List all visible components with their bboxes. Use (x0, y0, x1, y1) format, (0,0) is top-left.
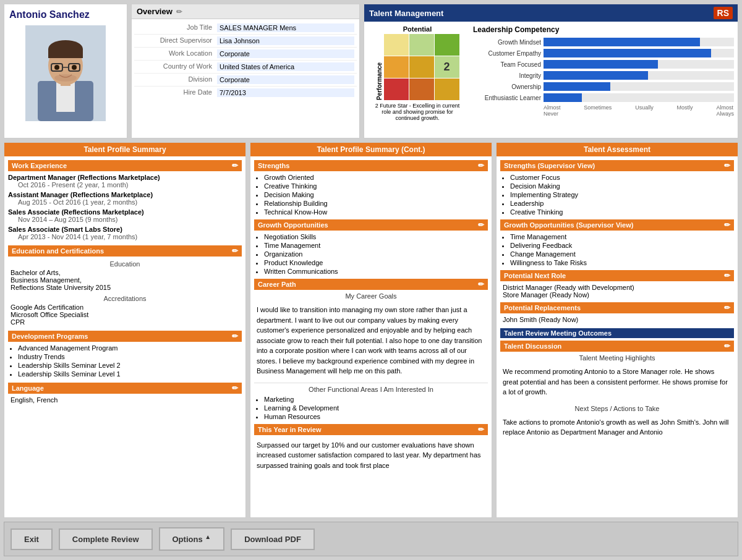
growth-2: Time Management (264, 242, 488, 249)
comp-bar-growth-mindset (544, 38, 700, 46)
language-edit-icon[interactable]: ✏ (232, 384, 238, 392)
growth-items: Negotiation Skills Time Management Organ… (254, 233, 488, 275)
growth-1: Negotiation Skills (264, 233, 488, 240)
edu-items: Bachelor of Arts,Business Management,Ref… (8, 269, 242, 291)
growth-supervisor-edit-icon[interactable]: ✏ (724, 221, 730, 229)
label-country: Country of Work (137, 62, 217, 71)
comp-row-growth-mindset: Growth Mindset (473, 38, 734, 46)
axis-label-1: AlmostNever (544, 104, 561, 117)
comp-bar-bg-enthusiastic (544, 93, 734, 102)
sup-growth-4: Willingness to Take Risks (510, 259, 734, 266)
overview-row-jobtitle: Job Title SALES MANAGER Mens (134, 22, 357, 35)
sup-strength-4: Leadership (510, 200, 734, 207)
matrix-cell-botmid (409, 78, 434, 100)
next-steps-text: Take actions to promote Antonio's growth… (500, 415, 734, 440)
comp-label-growth-mindset: Growth Mindset (473, 39, 541, 46)
development-edit-icon[interactable]: ✏ (232, 332, 238, 341)
strengths-edit-icon[interactable]: ✏ (478, 161, 484, 170)
potential-replacements-items: John Smith (Ready Now) (500, 316, 734, 323)
work-experience-edit-icon[interactable]: ✏ (232, 161, 238, 170)
comp-bar-bg-team-focused (544, 60, 734, 69)
sup-growth-1: Time Management (510, 233, 734, 240)
func-1: Marketing (264, 396, 488, 403)
comp-bar-team-focused (544, 60, 658, 69)
education-edit-icon[interactable]: ✏ (232, 247, 238, 255)
work-item-1: Department Manager (Reflections Marketpl… (8, 174, 242, 189)
other-functional-section: Other Functional Areas I Am Interested I… (254, 383, 488, 420)
talent-mgmt-header: Talent Management RS (364, 4, 738, 22)
middle-section: Talent Profile Summary Work Experience ✏… (4, 142, 738, 518)
work-item-3: Sales Associate (Reflections Marketplace… (8, 208, 242, 223)
career-goals-subtitle: My Career Goals (254, 292, 488, 300)
comp-bar-bg-ownership (544, 82, 734, 91)
panel-header-left: Talent Profile Summary (4, 143, 245, 156)
edu-subtitle: Education (8, 260, 242, 268)
strengths-items: Growth Oriented Creative Thinking Decisi… (254, 174, 488, 216)
talent-discussion-edit-icon[interactable]: ✏ (724, 342, 730, 350)
matrix-cell-topright (435, 34, 459, 56)
sup-strength-3: Implementing Strategy (510, 191, 734, 198)
work-item-2: Assistant Manager (Reflections Marketpla… (8, 191, 242, 206)
download-pdf-button[interactable]: Download PDF (231, 528, 315, 550)
overview-row-hiredate: Hire Date 7/7/2013 (134, 87, 357, 99)
comp-label-ownership: Ownership (473, 83, 541, 90)
comp-row-ownership: Ownership (473, 82, 734, 91)
comp-row-team-focused: Team Focused (473, 60, 734, 69)
comp-bar-bg-growth-mindset (544, 38, 734, 46)
profile-photo (25, 25, 106, 121)
growth-edit-icon[interactable]: ✏ (478, 221, 484, 229)
comp-bar-bg-customer-empathy (544, 49, 734, 57)
comp-bar-ownership (544, 82, 610, 91)
axis-label-2: Sometimes (584, 104, 612, 117)
competency-title: Leadership Competency (473, 25, 734, 34)
other-functional-subtitle: Other Functional Areas I Am Interested I… (254, 386, 488, 393)
overview-row-country: Country of Work United States of America (134, 61, 357, 74)
sup-strength-5: Creative Thinking (510, 208, 734, 216)
svg-point-11 (72, 65, 77, 70)
panel-header-cont: Talent Profile Summary (Cont.) (250, 143, 492, 156)
strength-1: Growth Oriented (264, 174, 488, 181)
section-strengths: Strengths ✏ (254, 160, 488, 171)
matrix-caption: 2 Future Star - Excelling in current rol… (371, 103, 464, 121)
sup-growth-2: Delivering Feedback (510, 242, 734, 249)
talent-discussion-text: We recommend promoting Antonio to a Stor… (500, 364, 734, 400)
matrix-cell-botleft (384, 78, 409, 100)
dev-item-1: Advanced Management Program (18, 344, 242, 352)
dev-item-4: Leadership Skills Seminar Level 1 (18, 370, 242, 378)
panel-talent-profile-cont: Talent Profile Summary (Cont.) Strengths… (250, 142, 492, 518)
matrix-cell-topleft (384, 34, 409, 56)
section-potential-next-role: Potential Next Role ✏ (500, 270, 734, 281)
section-language: Language ✏ (8, 383, 242, 394)
potential-next-role-edit-icon[interactable]: ✏ (724, 271, 730, 280)
overview-row-division: Division Corporate (134, 74, 357, 87)
competency-section: Leadership Competency Growth Mindset Cus… (473, 25, 734, 134)
value-hiredate: 7/7/2013 (217, 88, 354, 97)
work-experience-items: Department Manager (Reflections Marketpl… (8, 174, 242, 240)
overview-edit-icon[interactable]: ✏ (176, 7, 182, 16)
matrix-cell-topmid (409, 34, 434, 56)
value-jobtitle: SALES MANAGER Mens (217, 23, 354, 32)
accred-items: Google Ads CertificationMicrosoft Office… (8, 303, 242, 326)
exit-button[interactable]: Exit (11, 528, 53, 550)
strengths-supervisor-edit-icon[interactable]: ✏ (724, 161, 730, 170)
options-button[interactable]: Options ▲ (159, 527, 225, 550)
panel-header-assessment: Talent Assessment (497, 143, 738, 156)
section-development: Development Programs ✏ (8, 331, 242, 342)
complete-review-button[interactable]: Complete Review (59, 528, 153, 550)
year-in-review-edit-icon[interactable]: ✏ (478, 425, 484, 434)
label-supervisor: Direct Supervisor (137, 36, 217, 45)
potential-replacements-edit-icon[interactable]: ✏ (724, 303, 730, 312)
matrix-cell-botright (435, 78, 459, 100)
strength-3: Decision Making (264, 191, 488, 198)
strength-2: Creative Thinking (264, 182, 488, 190)
section-strengths-supervisor: Strengths (Supervisor View) ✏ (500, 160, 734, 171)
potential-next-role-items: District Manager (Ready with Development… (500, 284, 734, 299)
accred-subtitle: Accreditations (8, 295, 242, 302)
other-functional-items: Marketing Learning & Development Human R… (254, 396, 488, 420)
career-path-edit-icon[interactable]: ✏ (478, 280, 484, 289)
comp-axis: AlmostNever Sometimes Usually Mostly Alm… (473, 104, 734, 117)
strength-4: Relationship Building (264, 200, 488, 207)
section-growth: Growth Opportunities ✏ (254, 219, 488, 231)
talent-management-card: Talent Management RS Potential Performan… (364, 4, 738, 138)
matrix-y-label: Performance (376, 34, 383, 100)
